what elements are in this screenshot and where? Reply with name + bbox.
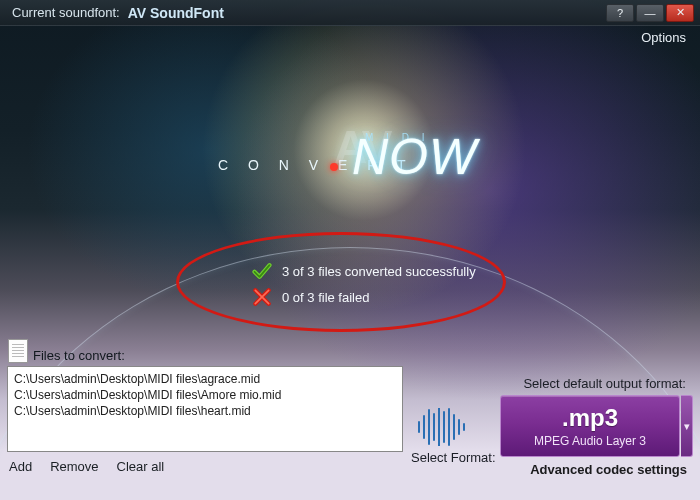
titlebar: Current soundfont: AV SoundFont ? — ✕ — [0, 0, 700, 26]
format-extension: .mp3 — [562, 404, 618, 432]
document-icon — [8, 339, 28, 363]
minimize-button[interactable]: — — [636, 4, 664, 22]
files-list[interactable]: C:\Users\admin\Desktop\MIDI files\agrace… — [7, 366, 403, 452]
output-format-selector[interactable]: .mp3 MPEG Audio Layer 3 — [500, 395, 680, 457]
help-button[interactable]: ? — [606, 4, 634, 22]
select-format-label: Select Format: — [411, 450, 496, 465]
close-button[interactable]: ✕ — [666, 4, 694, 22]
logo-midi: M I D I — [365, 132, 429, 143]
status-block: 3 of 3 files converted successfully 0 of… — [252, 258, 476, 310]
file-actions: Add Remove Clear all — [9, 459, 164, 474]
app-window: Current soundfont: AV SoundFont ? — ✕ Op… — [0, 0, 700, 500]
status-failed-text: 0 of 3 file failed — [282, 290, 369, 305]
add-button[interactable]: Add — [9, 459, 32, 474]
status-failed-line: 0 of 3 file failed — [252, 284, 476, 310]
list-item[interactable]: C:\Users\admin\Desktop\MIDI files\heart.… — [14, 403, 396, 419]
cross-icon — [252, 287, 272, 307]
status-success-text: 3 of 3 files converted successfully — [282, 264, 476, 279]
logo-dot-icon — [330, 163, 338, 171]
soundfont-value: AV SoundFont — [128, 5, 224, 21]
format-description: MPEG Audio Layer 3 — [534, 434, 646, 448]
logo-convert: C O N V E R T — [218, 157, 414, 173]
list-item[interactable]: C:\Users\admin\Desktop\MIDI files\Amore … — [14, 387, 396, 403]
status-success-line: 3 of 3 files converted successfully — [252, 258, 476, 284]
default-output-format-label: Select default output format: — [523, 376, 686, 391]
clear-all-button[interactable]: Clear all — [117, 459, 165, 474]
checkmark-icon — [252, 261, 272, 281]
options-link[interactable]: Options — [641, 30, 686, 45]
logo-now: NOW — [352, 128, 477, 186]
remove-button[interactable]: Remove — [50, 459, 98, 474]
advanced-codec-settings-link[interactable]: Advanced codec settings — [530, 462, 687, 477]
soundfont-label: Current soundfont: — [12, 5, 120, 20]
format-dropdown-arrow[interactable] — [681, 395, 693, 457]
list-item[interactable]: C:\Users\admin\Desktop\MIDI files\agrace… — [14, 371, 396, 387]
waveform-icon — [415, 408, 467, 446]
logo-av: AV — [334, 120, 391, 174]
files-to-convert-label: Files to convert: — [33, 348, 125, 363]
